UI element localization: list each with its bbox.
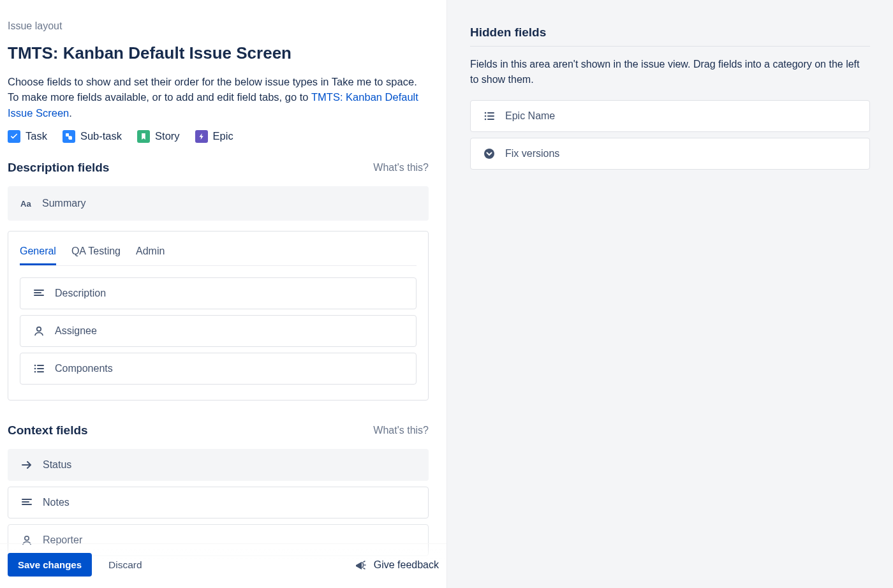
issue-type-story: Story <box>137 130 180 143</box>
issue-type-label: Epic <box>213 130 233 142</box>
field-label: Components <box>55 363 113 374</box>
summary-field: Summary <box>8 186 429 221</box>
person-icon <box>32 324 46 338</box>
divider <box>470 46 870 47</box>
issue-type-label: Sub-task <box>80 130 122 142</box>
hidden-field-fix-versions[interactable]: Fix versions <box>470 138 870 170</box>
tab-general[interactable]: General <box>20 243 56 265</box>
issue-types-row: Task Sub-task Story Epic <box>8 130 429 143</box>
field-notes[interactable]: Notes <box>8 487 429 518</box>
field-label: Notes <box>43 497 70 508</box>
field-label: Status <box>43 459 71 471</box>
give-feedback-button[interactable]: Give feedback <box>353 558 439 572</box>
field-components[interactable]: Components <box>20 353 417 385</box>
intro-text: Choose fields to show and set their orde… <box>8 74 429 121</box>
breadcrumb[interactable]: Issue layout <box>8 20 429 32</box>
page-title: TMTS: Kanban Default Issue Screen <box>8 43 429 63</box>
description-heading: Description fields <box>8 161 109 175</box>
footer-bar: Save changes Discard Give feedback <box>0 543 447 588</box>
paragraph-icon <box>20 496 34 510</box>
arrow-icon <box>20 458 34 472</box>
list-icon <box>482 109 496 123</box>
text-icon <box>19 196 33 210</box>
field-status[interactable]: Status <box>8 449 429 481</box>
paragraph-icon <box>32 286 46 300</box>
field-label: Description <box>55 288 106 299</box>
context-heading: Context fields <box>8 423 88 437</box>
issue-type-subtask: Sub-task <box>63 130 122 143</box>
epic-icon <box>195 130 208 143</box>
issue-type-epic: Epic <box>195 130 233 143</box>
field-label: Summary <box>42 198 85 209</box>
discard-button[interactable]: Discard <box>105 559 146 571</box>
field-label: Epic Name <box>505 110 555 122</box>
hidden-heading: Hidden fields <box>470 26 870 40</box>
feedback-label: Give feedback <box>374 559 439 571</box>
tab-admin[interactable]: Admin <box>136 243 165 265</box>
hidden-intro: Fields in this area aren't shown in the … <box>470 57 870 87</box>
hidden-field-epic-name[interactable]: Epic Name <box>470 100 870 132</box>
issue-type-label: Story <box>155 130 180 142</box>
save-button[interactable]: Save changes <box>8 553 92 577</box>
megaphone-icon <box>353 558 367 572</box>
intro-suffix: . <box>69 107 72 119</box>
list-icon <box>32 362 46 376</box>
issue-type-label: Task <box>26 130 47 142</box>
chevron-down-icon <box>482 147 496 161</box>
field-label: Fix versions <box>505 148 559 159</box>
field-label: Assignee <box>55 325 97 337</box>
field-assignee[interactable]: Assignee <box>20 315 417 347</box>
whats-this-link[interactable]: What's this? <box>373 425 429 436</box>
story-icon <box>137 130 150 143</box>
whats-this-link[interactable]: What's this? <box>373 162 429 173</box>
subtask-icon <box>63 130 75 143</box>
field-tabs: General QA Testing Admin <box>20 243 417 266</box>
task-icon <box>8 130 20 143</box>
field-description[interactable]: Description <box>20 277 417 309</box>
tab-qa-testing[interactable]: QA Testing <box>71 243 121 265</box>
issue-type-task: Task <box>8 130 47 143</box>
description-tabs-card: General QA Testing Admin Description Ass… <box>8 231 429 401</box>
